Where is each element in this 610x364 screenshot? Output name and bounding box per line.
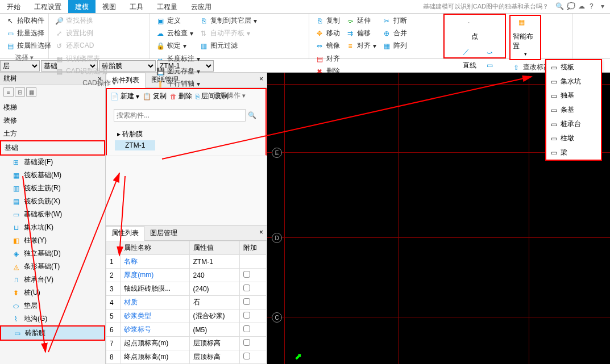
nav-item-条形基础[interactable]: ◬条形基础(T) (0, 260, 105, 273)
property-row[interactable]: 6 砂浆标号 (M5) (106, 323, 267, 337)
dropdown-strip[interactable]: ▭条基 (546, 103, 601, 117)
dropdown-sump[interactable]: ▭集水坑 (546, 74, 601, 89)
auto-align-slab[interactable]: ⇅自动平齐板 ▾ (197, 27, 259, 39)
nav-item-独立基础[interactable]: ◈独立基础(D) (0, 247, 105, 260)
component-group[interactable]: ▸ 砖胎膜 (115, 128, 258, 140)
prop-value[interactable]: 240 (189, 269, 239, 282)
length-dimension[interactable]: ↔长度标注 ▾ (153, 53, 202, 65)
prop-value[interactable]: 石 (189, 296, 239, 309)
lock[interactable]: 🔒锁定 ▾ (153, 40, 196, 52)
identify-layer-table[interactable]: ▦识别楼层表 (52, 53, 110, 65)
chevron-down-icon[interactable]: ▾ (601, 2, 610, 11)
new-component-button[interactable]: 📄新建 ▾ (110, 91, 139, 101)
property-row[interactable]: 1 名称 ZTM-1 (106, 255, 267, 269)
batch-select[interactable]: ▭批量选择 (3, 27, 53, 39)
nav-item-集水坑[interactable]: ⊔集水坑(K) (0, 221, 105, 234)
tab-project-settings[interactable]: 工程设置 (27, 0, 68, 13)
component-search-input[interactable] (114, 109, 246, 122)
tree-view-icon[interactable]: ⊟ (15, 87, 25, 97)
nav-item-桩[interactable]: ⬍桩(U) (0, 286, 105, 299)
dropdown-isolated[interactable]: ▭独基 (546, 89, 601, 103)
dropdown-raft[interactable]: ▭筏板 (546, 60, 601, 74)
tab-cloud[interactable]: 云应用 (184, 0, 218, 13)
grid-view-icon[interactable]: ▦ (26, 87, 36, 97)
dropdown-beam[interactable]: ▭梁 (546, 145, 601, 160)
nav-item-基础梁[interactable]: ⊞基础梁(F) (0, 156, 105, 169)
prop-extra[interactable] (239, 269, 266, 282)
search-icon[interactable]: 🔍 (246, 109, 259, 122)
nav-item-筏板基础[interactable]: ▦筏板基础(M) (0, 169, 105, 182)
element-save[interactable]: 💾图元存盘 ▾ (153, 65, 202, 77)
tab-view[interactable]: 视图 (96, 0, 123, 13)
draw-line[interactable]: ／直线 (455, 45, 484, 73)
nav-earthwork[interactable]: 土方 (0, 127, 105, 140)
nav-item-柱墩[interactable]: ◧柱墩(Y) (0, 234, 105, 247)
nav-item-桩承台[interactable]: ⎍桩承台(V) (0, 273, 105, 286)
find-replace[interactable]: 🔎查找替换 (52, 15, 96, 27)
prop-value[interactable]: 层顶标高 (189, 337, 239, 350)
draw-point[interactable]: ·点 (460, 16, 489, 44)
nav-item-垫层[interactable]: ⬭垫层 (0, 299, 105, 312)
property-row[interactable]: 5 砂浆类型 (混合砂浆) (106, 309, 267, 323)
tab-layer-manage[interactable]: 图层管理 (144, 226, 183, 240)
draw-arc-icon[interactable]: ⤻ (485, 48, 494, 57)
restore-cad[interactable]: ↺还原CAD (52, 40, 96, 52)
property-row[interactable]: 8 终点顶标高(m) 层顶标高 (106, 350, 267, 364)
prop-extra[interactable] (239, 350, 266, 364)
prop-extra[interactable] (239, 309, 266, 323)
search-icon[interactable]: 🔍 (555, 2, 565, 11)
align[interactable]: ≡对齐 ▾ (343, 40, 379, 52)
merge[interactable]: ⊕合并 (380, 27, 409, 39)
nav-stairs[interactable]: 楼梯 (0, 101, 105, 114)
copy[interactable]: ⎘复制 (313, 15, 342, 27)
nav-item-砖胎膜[interactable]: ▭砖胎膜 (0, 325, 105, 341)
select-by-prop[interactable]: ▤按属性选择 (3, 40, 53, 52)
nav-item-基础板带[interactable]: ▭基础板带(W) (0, 208, 105, 221)
tab-modeling[interactable]: 建模 (68, 0, 96, 13)
move[interactable]: ✥移动 (313, 27, 342, 39)
property-row[interactable]: 7 起点顶标高(m) 层顶标高 (106, 337, 267, 350)
property-row[interactable]: 2 厚度(mm) 240 (106, 269, 267, 282)
align-elements[interactable]: ▤对齐 (313, 53, 342, 65)
prop-extra[interactable] (239, 296, 266, 309)
prop-value[interactable]: (M5) (189, 323, 239, 337)
pick-component[interactable]: ↖拾取构件 (3, 15, 53, 27)
tab-tools[interactable]: 工具 (123, 0, 150, 13)
tab-quantity[interactable]: 工程量 (150, 0, 184, 13)
element-filter[interactable]: ▥图元过滤 (197, 40, 259, 52)
cloud-icon[interactable]: ☁ (578, 2, 587, 11)
define[interactable]: ▣定义 (153, 15, 196, 27)
dropdown-pile-cap[interactable]: ▭桩承台 (546, 117, 601, 131)
break[interactable]: ✂打断 (380, 15, 409, 27)
set-scale[interactable]: ⤢设置比例 (52, 27, 96, 39)
nav-decoration[interactable]: 装修 (0, 114, 105, 127)
array[interactable]: ▦阵列 (380, 40, 409, 52)
extend[interactable]: ⤼延伸 (343, 15, 379, 27)
help-icon[interactable]: ? (590, 2, 599, 11)
prop-extra[interactable] (239, 282, 266, 296)
component-item-ztm1[interactable]: ZTM-1 (115, 140, 155, 150)
nav-item-地沟[interactable]: ⌇地沟(G) (0, 312, 105, 325)
chat-icon[interactable]: 💭 (567, 2, 576, 11)
prop-value[interactable]: (混合砂浆) (189, 309, 239, 323)
cad-identify-options[interactable]: ▤CAD识别选项 (52, 65, 110, 77)
prop-extra[interactable] (239, 337, 266, 350)
mirror[interactable]: ⇔镜像 (313, 40, 342, 52)
tab-property-list[interactable]: 属性列表 (106, 226, 144, 241)
property-row[interactable]: 4 材质 石 (106, 296, 267, 309)
list-view-icon[interactable]: ≡ (3, 87, 14, 97)
offset[interactable]: ⇉偏移 (343, 27, 379, 39)
nav-foundation[interactable]: 基础 (0, 140, 105, 156)
prop-value[interactable]: ZTM-1 (189, 255, 239, 269)
prop-extra[interactable] (239, 323, 266, 337)
tab-start[interactable]: 开始 (0, 0, 27, 13)
smart-layout-button[interactable]: ▦ 智能布置 ▾ (509, 15, 541, 60)
draw-rect-icon[interactable]: ▭ (485, 61, 494, 70)
nav-item-筏板负筋[interactable]: ▤筏板负筋(X) (0, 195, 105, 208)
dropdown-pier[interactable]: ▭柱墩 (546, 131, 601, 145)
prop-value[interactable]: 层顶标高 (189, 350, 239, 364)
nav-item-筏板主筋[interactable]: ▥筏板主筋(R) (0, 182, 105, 195)
prop-close-icon[interactable]: × (256, 226, 267, 240)
parallel-aux-axis[interactable]: ∥平行辅轴 ▾ (153, 78, 202, 90)
prop-extra[interactable] (239, 255, 266, 269)
